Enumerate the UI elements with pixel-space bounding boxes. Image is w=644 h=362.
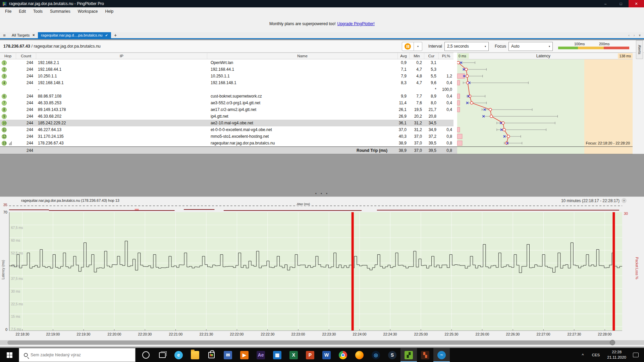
ip-cell: 178.236.67.43 [36,141,207,145]
count-cell: 244 [16,101,36,105]
table-row[interactable]: 624488.86.97.108cust-boknet.supernetwork… [0,93,453,100]
clock[interactable]: 22:28 21.11.2020 [604,350,630,360]
scrollbar-knob[interactable] [610,340,615,345]
maximize-button[interactable]: □ [613,0,629,7]
game-icon-green[interactable]: ▞ [400,348,417,362]
column-header-cur[interactable]: Cur [424,53,438,59]
language-indicator[interactable]: CES [588,353,604,357]
table-row[interactable]: 4244192.168.148.1192.168.148.18,34,79,60… [0,79,453,86]
timeline-scrollbar[interactable] [0,340,644,345]
steam-icon[interactable]: S [384,348,400,362]
after-effects-icon[interactable]: Ae [253,348,269,362]
start-button[interactable] [0,348,19,362]
min-cell: 4,7 [409,80,424,85]
mail-icon[interactable]: ✉ [220,348,236,362]
table-row[interactable]: 2244192.168.44.1192.168.44.17,14,75,3 [0,66,453,73]
table-row[interactable]: 1124446.227.64.13et-0-0-0-excellent.mal-… [0,126,453,133]
table-row[interactable]: 324410.250.1.110.250.1.17,94,85,51,2 [0,73,453,79]
time-tick-label: 22:22:00 [230,332,244,336]
jitter-axis-label: Jitter (ms) [295,202,311,206]
tab-all-targets[interactable]: All Targets ✕ [9,32,38,38]
cortana-icon[interactable] [138,348,154,362]
new-tab-button[interactable]: + [111,32,120,38]
avg-cell: 26,1 [397,107,409,112]
minimize-button[interactable]: – [598,0,613,7]
focus-select[interactable]: Auto ▾ [508,42,553,51]
firefox-icon[interactable] [351,348,368,362]
name-cell: ragequitar.nar.jag.dor.pa.brutalcs.nu [207,141,397,145]
pingplotter-icon[interactable]: ~ [433,348,450,362]
hop-number-badge: 1 [2,60,7,65]
hop-cell: 2 [0,67,16,72]
windows-taskbar: e✉▶Ae▦XPW◎S▞▚~ ^ CES 22:28 21.11.2020 [0,348,644,362]
powerpoint-icon[interactable]: P [302,348,318,362]
tab-nav-icon-1[interactable]: › [634,33,635,37]
file-explorer-icon[interactable] [187,348,203,362]
alerts-side-tab[interactable]: Alerts [636,40,643,59]
word-icon[interactable]: W [318,348,335,362]
taskbar-search[interactable] [19,348,136,362]
menu-item-file[interactable]: File [1,9,15,14]
task-view-icon[interactable] [154,348,170,362]
menu-item-summaries[interactable]: Summaries [46,9,74,14]
table-row[interactable]: 1224431.170.24.135mmo5-sto1.excellent-ho… [0,133,453,140]
chrome-icon[interactable] [335,348,351,362]
banner-text: Monthly plans are superpowered too! [269,21,335,26]
excel-icon-glyph: X [289,351,298,359]
cur-cell: 5,5 [424,74,438,78]
tab-nav-icon-0[interactable]: ‹ [628,33,630,37]
table-row[interactable]: -*100,0 [0,86,453,93]
video-editor-icon[interactable]: ▦ [269,348,285,362]
latency-timeline-plot[interactable]: 67,5 ms60 ms52,5 ms45 ms37,5 ms30 ms22,5… [9,212,622,331]
column-header-avg[interactable]: Avg [397,53,409,59]
menu-item-help[interactable]: Help [102,9,117,14]
svg-text:67,5 ms: 67,5 ms [11,226,23,230]
menu-item-tools[interactable]: Tools [30,9,46,14]
column-header-hop[interactable]: Hop [0,54,16,58]
pause-dropdown-button[interactable]: ▾ [414,42,422,51]
close-button[interactable]: ✕ [629,0,644,7]
menu-item-edit[interactable]: Edit [15,9,30,14]
ip-cell: 46.33.85.253 [36,101,207,105]
pane-splitter-handle[interactable]: • • • [0,191,644,196]
upgrade-link[interactable]: Upgrade PingPlotter! [337,21,375,26]
column-header-min[interactable]: Min [409,53,424,59]
hop-number-badge: 11 [2,127,7,132]
table-row[interactable]: 824489.149.143.178ae17.cr2-ams2.ip4.gtt.… [0,106,453,113]
films-tv-icon[interactable]: ▶ [236,348,253,362]
ip-cell: 31.170.24.135 [36,134,207,139]
notification-center-icon[interactable] [633,353,639,357]
tab-active-target[interactable]: ragequitar.nar.jag.d....pa.brutalcs.nu ✔ [38,32,111,38]
scrollbar-thumb[interactable] [7,341,613,345]
table-row[interactable]: 10244185.242.229.22ae2-10.mal-vg4.obe.ne… [0,120,453,126]
target-bar: 178.236.67.43 / ragequitar.nar.jag.dor.p… [0,40,644,53]
table-row[interactable]: 924446.33.68.202ip4.gtt.net26,920,220,8 [0,113,453,120]
column-header-pl[interactable]: PL% [438,53,453,59]
column-header-ip[interactable]: IP [36,53,207,59]
app-icon-blue[interactable]: ◎ [368,348,384,362]
svg-text:60 ms: 60 ms [11,239,20,242]
game-icon-red[interactable]: ▚ [417,348,433,362]
excel-icon[interactable]: X [285,348,302,362]
edge-icon[interactable]: e [170,348,187,362]
table-row[interactable]: 13244178.236.67.43ragequitar.nar.jag.dor… [0,140,453,146]
ip-cell: 46.33.68.202 [36,114,207,119]
trace-table-header: HopCountIPNameAvgMinCurPL% [0,53,453,59]
tray-expand-icon[interactable]: ^ [578,353,588,358]
pause-button[interactable] [402,42,414,51]
trace-table: 1244192.168.2.1OpenWrt.lan0,90,23,122441… [0,59,453,146]
table-row[interactable]: 1244192.168.2.1OpenWrt.lan0,90,23,1 [0,59,453,66]
min-cell: 4,8 [409,74,424,78]
column-header-count[interactable]: Count [16,53,36,59]
search-input[interactable] [31,353,121,357]
menu-item-workspace[interactable]: Workspace [74,9,102,14]
table-row[interactable]: 724446.33.85.253ae3-552.cr3-prg1.ip4.gtt… [0,100,453,106]
tab-close-icon[interactable]: ✕ [32,34,35,37]
ip-cell: 192.168.2.1 [36,60,207,65]
column-header-name[interactable]: Name [207,53,397,59]
store-icon[interactable] [203,348,220,362]
tab-nav-icon-2[interactable]: ▾ [639,33,641,38]
interval-select[interactable]: 2,5 seconds ▾ [444,42,489,51]
time-range-selector[interactable]: 10 minutes (22:18:17 - 22:28:17) ▾ [561,198,627,203]
hamburger-icon[interactable]: ≡ [0,32,9,38]
